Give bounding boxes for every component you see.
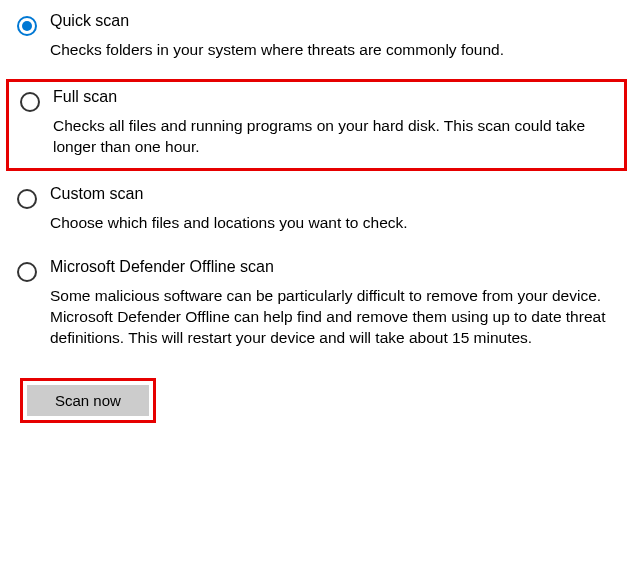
option-content: Custom scan Choose which files and locat… xyxy=(50,185,619,234)
scan-now-highlight: Scan now xyxy=(20,378,156,423)
option-desc: Checks folders in your system where thre… xyxy=(50,40,619,61)
option-title: Quick scan xyxy=(50,12,619,30)
scan-option-custom[interactable]: Custom scan Choose which files and locat… xyxy=(0,179,633,244)
option-title: Microsoft Defender Offline scan xyxy=(50,258,619,276)
option-title: Full scan xyxy=(53,88,613,106)
option-content: Microsoft Defender Offline scan Some mal… xyxy=(50,258,619,349)
option-content: Quick scan Checks folders in your system… xyxy=(50,12,619,61)
scan-option-quick[interactable]: Quick scan Checks folders in your system… xyxy=(0,6,633,71)
radio-offline-scan[interactable] xyxy=(17,262,37,282)
scan-option-offline[interactable]: Microsoft Defender Offline scan Some mal… xyxy=(0,252,633,359)
scan-now-button[interactable]: Scan now xyxy=(27,385,149,416)
scan-option-full[interactable]: Full scan Checks all files and running p… xyxy=(6,79,627,171)
option-desc: Choose which files and locations you wan… xyxy=(50,213,619,234)
radio-full-scan[interactable] xyxy=(20,92,40,112)
option-desc: Some malicious software can be particula… xyxy=(50,286,619,349)
option-desc: Checks all files and running programs on… xyxy=(53,116,613,158)
option-title: Custom scan xyxy=(50,185,619,203)
option-content: Full scan Checks all files and running p… xyxy=(53,88,613,158)
radio-quick-scan[interactable] xyxy=(17,16,37,36)
radio-custom-scan[interactable] xyxy=(17,189,37,209)
